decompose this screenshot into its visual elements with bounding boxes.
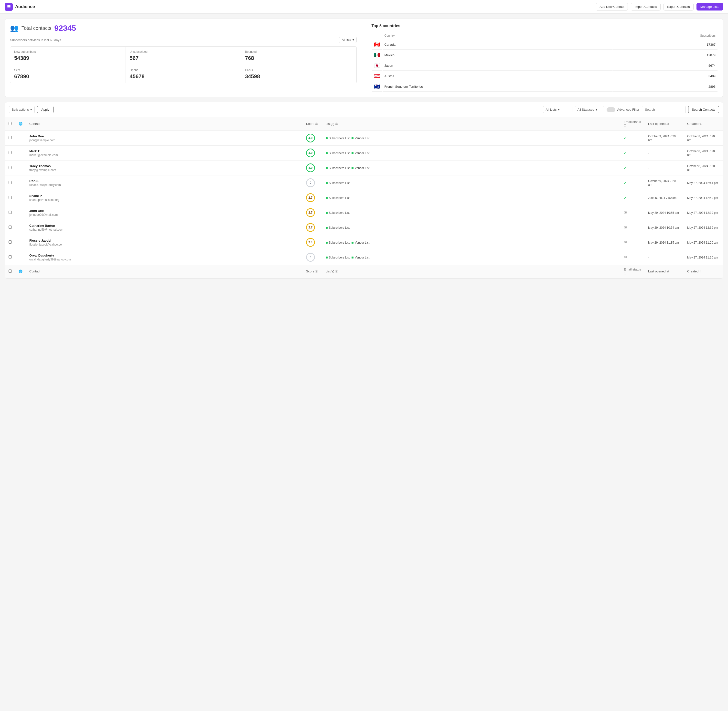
contact-email: johndeo09@mail.com bbox=[29, 213, 299, 217]
all-lists-filter-label: All Lists bbox=[546, 108, 557, 111]
contact-name: Shane P bbox=[29, 194, 299, 198]
email-mail-icon: ✉ bbox=[624, 255, 627, 259]
row-email-status: ✓ bbox=[620, 176, 645, 190]
row-checkbox[interactable] bbox=[9, 181, 12, 184]
row-contact: Catharine Barton catharine59@hotmail.com bbox=[26, 220, 303, 235]
email-mail-icon: ✉ bbox=[624, 225, 627, 229]
row-checkbox-cell bbox=[5, 176, 15, 190]
table-row: Catharine Barton catharine59@hotmail.com… bbox=[5, 220, 723, 235]
row-created: October 8, 2024 7:20 am bbox=[684, 161, 723, 176]
table-row: Flossie Jacobi flossie_jacobi@yahoo.com … bbox=[5, 235, 723, 250]
search-input[interactable] bbox=[642, 106, 686, 114]
stat-label-sent: Sent bbox=[14, 68, 122, 72]
score-info-icon[interactable]: ⓘ bbox=[315, 122, 318, 125]
footer-select-all-checkbox[interactable] bbox=[9, 270, 12, 273]
row-checkbox-cell bbox=[5, 190, 15, 205]
score-badge: 2.7 bbox=[306, 208, 315, 217]
stats-section: 👥 Total contacts 92345 Subscribers activ… bbox=[5, 19, 723, 97]
row-checkbox[interactable] bbox=[9, 240, 12, 243]
stat-label-bounced: Bounced bbox=[245, 50, 352, 53]
last-opened-header: Last opened at bbox=[645, 117, 684, 131]
table-row: Mark T mark.t@example.com 4.0 Subscriber… bbox=[5, 146, 723, 161]
activities-label: Subscribers activities in last 60 days bbox=[10, 38, 61, 42]
row-created: May 27, 2024 11:20 am bbox=[684, 250, 723, 265]
row-checkbox[interactable] bbox=[9, 136, 12, 139]
bulk-actions-select[interactable]: Bulk actions ▾ bbox=[9, 106, 35, 114]
all-lists-filter[interactable]: All Lists ▾ bbox=[543, 106, 572, 114]
row-checkbox[interactable] bbox=[9, 255, 12, 258]
select-all-checkbox[interactable] bbox=[9, 122, 12, 125]
table-row: John Deo johndeo09@mail.com 2.7 Subscrib… bbox=[5, 205, 723, 220]
row-checkbox-cell bbox=[5, 205, 15, 220]
select-all-checkbox-cell bbox=[5, 117, 15, 131]
row-score: 2.7 bbox=[303, 205, 322, 220]
score-badge: 4.0 bbox=[306, 164, 315, 172]
footer-lists-info-icon[interactable]: ⓘ bbox=[335, 270, 338, 273]
total-contacts-number: 92345 bbox=[54, 24, 76, 33]
row-last-opened: October 9, 2024 7:20 am bbox=[645, 176, 684, 190]
footer-created-sort-icon[interactable]: ⇅ bbox=[699, 270, 701, 273]
advanced-filter-label: Advanced Filter bbox=[617, 108, 639, 111]
import-contacts-button[interactable]: Import Contacts bbox=[631, 3, 660, 10]
search-contacts-button[interactable]: Search Contacts bbox=[688, 106, 719, 114]
footer-email-status-info-icon[interactable]: ⓘ bbox=[624, 272, 626, 274]
filters-row: Bulk actions ▾ Apply All Lists ▾ All Sta… bbox=[5, 102, 723, 117]
email-mail-icon: ✉ bbox=[624, 240, 627, 244]
list-tag: Subscribers List bbox=[326, 167, 349, 170]
advanced-filter-switch[interactable] bbox=[607, 107, 615, 112]
row-lists: Subscribers ListVendor List bbox=[322, 161, 620, 176]
list-tag: Subscribers List bbox=[326, 181, 349, 185]
row-email-status: ✓ bbox=[620, 161, 645, 176]
row-contact: John Deo johndeo09@mail.com bbox=[26, 205, 303, 220]
row-checkbox[interactable] bbox=[9, 211, 12, 214]
created-date: October 8, 2024 7:20 am bbox=[687, 149, 715, 156]
footer-score-info-icon[interactable]: ⓘ bbox=[315, 270, 318, 273]
row-lists: Subscribers ListVendor List bbox=[322, 250, 620, 265]
all-statuses-filter[interactable]: All Statuses ▾ bbox=[575, 106, 604, 114]
email-check-icon: ✓ bbox=[624, 166, 627, 170]
row-checkbox[interactable] bbox=[9, 151, 12, 154]
table-row: Ron S rosafi5740@crodity.com 0 Subscribe… bbox=[5, 176, 723, 190]
manage-lists-button[interactable]: Manage Lists bbox=[697, 3, 723, 10]
row-lists: Subscribers ListVendor List bbox=[322, 235, 620, 250]
score-badge: 0 bbox=[306, 253, 315, 262]
row-last-opened: May 29, 2024 10:55 am bbox=[645, 205, 684, 220]
email-status-info-icon[interactable]: ⓘ bbox=[624, 124, 626, 127]
score-header: Score ⓘ bbox=[303, 117, 322, 131]
row-contact: Tracy Thomas tracy@example.com bbox=[26, 161, 303, 176]
lists-info-icon[interactable]: ⓘ bbox=[335, 122, 338, 125]
last-opened-date: October 9, 2024 7:20 am bbox=[648, 179, 676, 186]
app-header: ☰ Audience Add New Contact Import Contac… bbox=[0, 0, 728, 14]
row-globe-cell bbox=[15, 131, 26, 146]
created-date: May 27, 2024 12:41 pm bbox=[687, 181, 718, 185]
row-checkbox[interactable] bbox=[9, 196, 12, 199]
contact-name: Mark T bbox=[29, 149, 299, 153]
row-checkbox[interactable] bbox=[9, 166, 12, 169]
export-contacts-button[interactable]: Export Contacts bbox=[663, 3, 694, 10]
row-globe-cell bbox=[15, 235, 26, 250]
all-lists-select[interactable]: All lists ▾ bbox=[339, 37, 357, 43]
email-status-header: Email status ⓘ bbox=[620, 117, 645, 131]
country-flag: 🇦🇹 bbox=[372, 71, 382, 81]
stat-unsubscribed: Unsubscribed 567 bbox=[126, 47, 241, 65]
row-email-status: ✓ bbox=[620, 131, 645, 146]
logo-icon: ☰ bbox=[5, 3, 13, 11]
chevron-down-icon: ▾ bbox=[595, 108, 597, 111]
row-contact: Ron S rosafi5740@crodity.com bbox=[26, 176, 303, 190]
created-header: Created ⇅ bbox=[684, 117, 723, 131]
app-logo: ☰ Audience bbox=[5, 3, 35, 11]
main-content: 👥 Total contacts 92345 Subscribers activ… bbox=[0, 14, 728, 283]
row-lists: Subscribers List bbox=[322, 190, 620, 205]
stat-label-new-subscribers: New subscribers bbox=[14, 50, 122, 53]
country-name: Japan bbox=[383, 60, 612, 71]
row-checkbox[interactable] bbox=[9, 226, 12, 229]
created-sort-icon[interactable]: ⇅ bbox=[699, 122, 701, 125]
last-opened-date: May 29, 2024 11:35 am bbox=[648, 241, 679, 244]
contact-name: John Doe bbox=[29, 134, 299, 138]
list-tag: Vendor List bbox=[352, 137, 369, 140]
apply-button[interactable]: Apply bbox=[37, 106, 53, 114]
add-contact-button[interactable]: Add New Contact bbox=[596, 3, 628, 10]
countries-table: Country Subscribers 🇨🇦 Canada 17367 🇲🇽 M… bbox=[371, 32, 718, 92]
stat-clicks: Clicks 34598 bbox=[241, 65, 357, 83]
row-globe-cell bbox=[15, 146, 26, 161]
